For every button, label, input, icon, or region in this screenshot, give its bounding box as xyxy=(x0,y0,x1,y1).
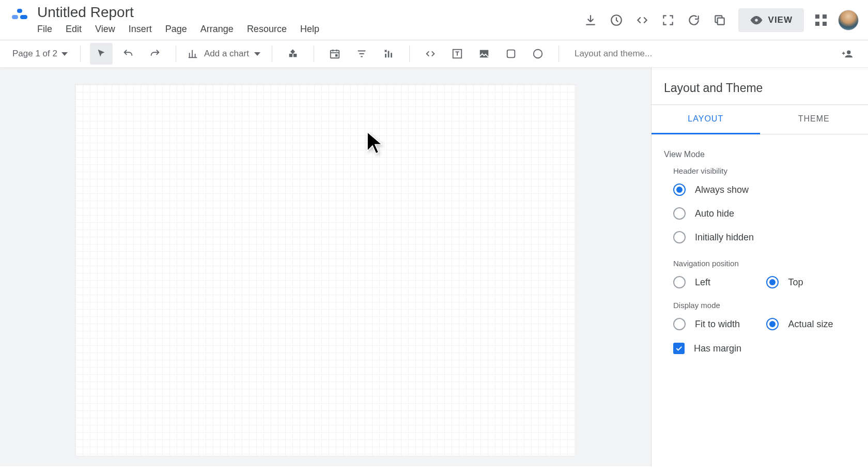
radio-label: Always show xyxy=(695,185,749,195)
radio-actual-size[interactable]: Actual size xyxy=(766,318,850,330)
app-logo xyxy=(9,6,30,27)
svg-rect-2 xyxy=(20,15,27,19)
separator xyxy=(80,45,81,62)
canvas-wrapper xyxy=(0,68,651,466)
chevron-down-icon xyxy=(61,52,68,56)
page-selector[interactable]: Page 1 of 2 xyxy=(9,49,71,59)
svg-rect-4 xyxy=(717,18,724,25)
refresh-icon[interactable] xyxy=(687,13,701,27)
radio-icon xyxy=(766,318,779,330)
data-control-button[interactable] xyxy=(377,43,400,65)
svg-rect-10 xyxy=(335,54,338,57)
text-button[interactable] xyxy=(446,43,469,65)
filter-control-button[interactable] xyxy=(350,43,373,65)
radio-icon xyxy=(766,276,779,288)
add-chart-button[interactable]: Add a chart xyxy=(185,48,262,59)
svg-rect-1 xyxy=(12,15,18,19)
user-avatar[interactable] xyxy=(838,10,859,30)
radio-fit-to-width[interactable]: Fit to width xyxy=(673,318,757,330)
display-mode-options: Fit to width Actual size xyxy=(664,318,856,330)
redo-button[interactable] xyxy=(144,43,166,65)
radio-auto-hide[interactable]: Auto hide xyxy=(673,207,856,220)
radio-icon xyxy=(673,276,686,288)
subgroup-header-visibility: Header visibility xyxy=(673,166,856,175)
image-button[interactable] xyxy=(473,43,495,65)
separator xyxy=(272,45,272,62)
date-range-button[interactable] xyxy=(323,43,346,65)
svg-point-5 xyxy=(754,19,758,22)
menu-insert[interactable]: Insert xyxy=(129,24,152,35)
community-visualization-button[interactable] xyxy=(282,43,304,65)
menu-edit[interactable]: Edit xyxy=(66,24,82,35)
rectangle-button[interactable] xyxy=(500,43,522,65)
radio-nav-top[interactable]: Top xyxy=(766,276,850,288)
circle-button[interactable] xyxy=(526,43,549,65)
separator xyxy=(314,45,314,62)
toolbar: Page 1 of 2 Add a chart xyxy=(0,40,868,68)
radio-label: Fit to width xyxy=(695,319,740,330)
checkbox-icon xyxy=(673,343,685,354)
svg-point-16 xyxy=(847,51,850,54)
add-people-button[interactable] xyxy=(836,43,859,65)
header-visibility-options: Always show Auto hide Initially hidden xyxy=(664,184,856,243)
apps-icon[interactable] xyxy=(815,14,827,26)
layout-theme-input[interactable] xyxy=(568,49,832,59)
view-button[interactable]: VIEW xyxy=(738,8,804,32)
svg-rect-9 xyxy=(331,51,339,58)
embed-icon[interactable] xyxy=(635,13,649,27)
checkbox-label: Has margin xyxy=(694,343,741,354)
document-title[interactable]: Untitled Report xyxy=(37,4,583,21)
svg-rect-7 xyxy=(293,54,297,57)
panel-body: View Mode Header visibility Always show … xyxy=(652,134,868,363)
svg-point-13 xyxy=(482,52,483,53)
radio-label: Auto hide xyxy=(695,208,734,219)
radio-icon xyxy=(673,318,686,330)
view-button-label: VIEW xyxy=(768,15,793,25)
history-icon[interactable] xyxy=(609,13,624,27)
menu-arrange[interactable]: Arrange xyxy=(200,24,234,35)
radio-label: Initially hidden xyxy=(695,232,754,243)
svg-rect-8 xyxy=(290,49,295,54)
panel-title: Layout and Theme xyxy=(652,68,868,104)
separator xyxy=(409,45,410,62)
menu-page[interactable]: Page xyxy=(165,24,187,35)
menu-help[interactable]: Help xyxy=(300,24,319,35)
checkbox-has-margin[interactable]: Has margin xyxy=(664,343,856,354)
svg-rect-6 xyxy=(289,54,292,57)
menu-file[interactable]: File xyxy=(37,24,52,35)
separator xyxy=(559,45,559,62)
tab-layout[interactable]: LAYOUT xyxy=(652,105,760,134)
header-actions: VIEW xyxy=(583,8,859,32)
radio-nav-left[interactable]: Left xyxy=(673,276,757,288)
radio-initially-hidden[interactable]: Initially hidden xyxy=(673,231,856,243)
undo-button[interactable] xyxy=(117,43,140,65)
app-header: Untitled Report File Edit View Insert Pa… xyxy=(0,0,868,40)
side-panel: Layout and Theme LAYOUT THEME View Mode … xyxy=(651,68,868,466)
copy-icon[interactable] xyxy=(712,13,727,27)
page-selector-label: Page 1 of 2 xyxy=(12,49,57,59)
svg-point-15 xyxy=(534,50,542,58)
cursor-icon xyxy=(365,130,385,158)
radio-always-show[interactable]: Always show xyxy=(673,184,856,196)
menubar: File Edit View Insert Page Arrange Resou… xyxy=(37,22,583,40)
tab-theme[interactable]: THEME xyxy=(760,105,869,134)
menu-view[interactable]: View xyxy=(95,24,115,35)
fullscreen-icon[interactable] xyxy=(661,13,675,27)
download-icon[interactable] xyxy=(583,13,598,27)
url-embed-button[interactable] xyxy=(419,43,442,65)
chevron-down-icon xyxy=(254,52,260,56)
group-view-mode: View Mode xyxy=(664,150,856,159)
radio-label: Actual size xyxy=(788,319,833,330)
add-chart-label: Add a chart xyxy=(204,49,249,59)
radio-icon xyxy=(673,231,686,243)
radio-icon xyxy=(673,184,686,196)
svg-rect-0 xyxy=(17,9,22,13)
subgroup-display-mode: Display mode xyxy=(673,301,856,310)
panel-tabs: LAYOUT THEME xyxy=(652,104,868,134)
separator xyxy=(176,45,176,62)
report-canvas[interactable] xyxy=(75,84,576,456)
radio-label: Top xyxy=(788,277,803,288)
menu-resource[interactable]: Resource xyxy=(247,24,287,35)
selection-tool[interactable] xyxy=(90,43,113,65)
radio-label: Left xyxy=(695,277,710,288)
